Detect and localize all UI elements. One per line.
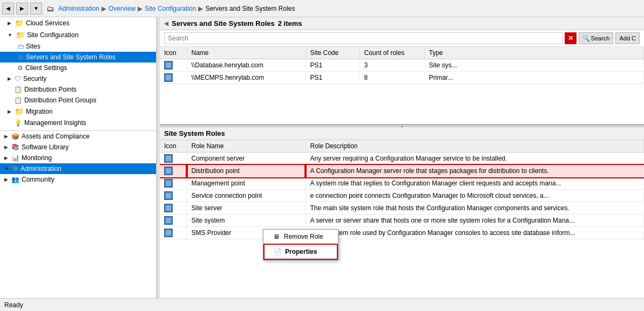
table-row[interactable]: Distribution point A Configuration Manag… <box>160 165 644 177</box>
sidebar-group-site-config: ▶ 📁 Cloud Services ▼ 📁 Site Configuratio… <box>0 17 156 128</box>
cell-icon <box>160 153 187 165</box>
table-row[interactable]: \\Database.henrylab.com PS1 3 Site sys..… <box>160 59 644 72</box>
breadcrumb-item-4: Servers and Site System Roles <box>205 5 295 12</box>
sidebar-label: Distribution Point Groups <box>24 96 96 104</box>
sidebar-item-sites[interactable]: 🗃 Sites <box>0 41 156 52</box>
sidebar-item-dp-groups[interactable]: 📋 Distribution Point Groups <box>0 95 156 106</box>
cell-role-name: Service connection point <box>187 190 306 202</box>
cell-icon <box>160 202 187 215</box>
search-clear-button[interactable]: ✕ <box>565 32 577 44</box>
sidebar-item-migration[interactable]: ▶ 📁 Migration <box>0 106 156 118</box>
cell-role-name: Site system <box>187 215 306 227</box>
top-panel-title: Servers and Site System Roles <box>172 19 275 27</box>
sites-icon: 🗃 <box>17 43 24 50</box>
sidebar-item-administration[interactable]: ▼ ⚙ Administration <box>0 163 156 174</box>
cell-role-name: Management point <box>187 177 306 190</box>
community-icon: 👥 <box>11 176 19 183</box>
bottom-panel-title: Site System Roles <box>164 129 225 137</box>
sidebar-item-security[interactable]: ▶ 🛡 Security <box>0 73 156 84</box>
bottom-table-scroll: Icon Role Name Role Description Componen… <box>160 140 644 298</box>
admin-icon: ⚙ <box>12 165 18 172</box>
nav-icon: 🗂 <box>46 4 54 13</box>
collapse-button[interactable]: ◀ <box>164 20 168 26</box>
table-row[interactable]: Service connection point e connection po… <box>160 190 644 202</box>
expand-icon: ▼ <box>4 166 9 171</box>
folder-icon: 📁 <box>15 19 24 27</box>
breadcrumb-item-3[interactable]: Site Configuration <box>145 5 196 12</box>
cell-site-code: PS1 <box>306 59 360 72</box>
sidebar-item-client-settings[interactable]: ⚙ Client Settings <box>0 63 156 73</box>
context-menu-item-properties[interactable]: 📄 Properties <box>263 244 338 260</box>
forward-button[interactable]: ▶ <box>16 3 28 15</box>
sidebar-item-site-config[interactable]: ▼ 📁 Site Configuration <box>0 29 156 41</box>
col-role-name: Role Name <box>187 140 306 153</box>
table-row[interactable]: Component server Any server requiring a … <box>160 153 644 165</box>
cell-icon <box>160 227 187 239</box>
table-row[interactable]: SMS Provider A site system role used by … <box>160 227 644 239</box>
row-icon <box>164 204 173 212</box>
sidebar-item-distribution-points[interactable]: 📋 Distribution Points <box>0 84 156 95</box>
add-button[interactable]: Add C <box>615 32 640 44</box>
row-icon <box>164 179 173 188</box>
client-icon: ⚙ <box>17 64 23 72</box>
table-row[interactable]: \\MECMPS.henrylab.com PS1 8 Primar... <box>160 72 644 84</box>
back-button[interactable]: ◀ <box>2 3 14 15</box>
table-row[interactable]: Site system A server or server share tha… <box>160 215 644 227</box>
breadcrumb-item-2[interactable]: Overview <box>109 5 135 12</box>
sidebar-label: Sites <box>26 43 40 50</box>
sidebar-label: Monitoring <box>22 154 52 162</box>
sidebar-label: Client Settings <box>25 64 67 72</box>
sidebar-label: Administration <box>21 165 62 172</box>
top-panel-count: 2 items <box>278 19 302 27</box>
bottom-panel: Site System Roles Icon Role Name Role De… <box>160 127 644 298</box>
col-icon: Icon <box>160 47 187 59</box>
sidebar-item-community[interactable]: ▶ 👥 Community <box>0 174 156 185</box>
top-table-scroll: Icon Name Site Code Count of roles Type … <box>160 47 644 124</box>
sidebar-item-management-insights[interactable]: 💡 Management Insights <box>0 118 156 128</box>
cell-count: 8 <box>360 72 424 84</box>
cell-count: 3 <box>360 59 424 72</box>
sidebar-item-software-library[interactable]: ▶ 📚 Software Library <box>0 142 156 153</box>
sidebar-item-servers-roles[interactable]: 🖥 Servers and Site System Roles <box>0 52 156 63</box>
context-menu-label: Properties <box>285 248 317 255</box>
cell-role-desc: e connection point connects Configuratio… <box>306 190 644 202</box>
cell-icon <box>160 177 187 190</box>
cell-type: Primar... <box>424 72 644 84</box>
expand-icon: ▶ <box>8 76 11 81</box>
sidebar: ▶ 📁 Cloud Services ▼ 📁 Site Configuratio… <box>0 17 157 298</box>
col-name: Name <box>187 47 306 59</box>
search-button[interactable]: 🔍 Search <box>579 32 614 44</box>
context-menu-item-remove-role[interactable]: 🖥 Remove Role <box>263 230 338 244</box>
cell-name: \\MECMPS.henrylab.com <box>187 72 306 84</box>
sidebar-item-monitoring[interactable]: ▶ 📊 Monitoring <box>0 153 156 163</box>
top-panel-header: ◀ Servers and Site System Roles 2 items <box>160 17 644 30</box>
compliance-icon: 📦 <box>11 133 19 140</box>
bottom-table-header-row: Icon Role Name Role Description <box>160 140 644 153</box>
bottom-panel-header: Site System Roles <box>160 127 644 140</box>
dropdown-button[interactable]: ▼ <box>30 3 42 15</box>
search-input[interactable] <box>164 32 562 44</box>
properties-icon: 📄 <box>273 247 282 256</box>
cell-name: \\Database.henrylab.com <box>187 59 306 72</box>
cell-role-name: Component server <box>187 153 306 165</box>
expand-icon: ▶ <box>4 177 8 182</box>
sidebar-item-cloud-services[interactable]: ▶ 📁 Cloud Services <box>0 17 156 29</box>
expand-icon: ▶ <box>4 155 8 161</box>
table-row[interactable]: Management point A system role that repl… <box>160 177 644 190</box>
breadcrumb: Administration ▶ Overview ▶ Site Configu… <box>58 5 642 12</box>
sidebar-label: Security <box>23 75 46 82</box>
cell-icon <box>160 72 187 84</box>
row-icon <box>164 61 173 70</box>
cell-icon <box>160 165 187 177</box>
dpg-icon: 📋 <box>14 96 22 104</box>
table-row[interactable]: Site server The main site system role th… <box>160 202 644 215</box>
cell-icon <box>160 215 187 227</box>
cell-role-name: Distribution point <box>187 165 306 177</box>
toolbar: ◀ ▶ ▼ 🗂 Administration ▶ Overview ▶ Site… <box>0 0 644 17</box>
sidebar-item-assets-compliance[interactable]: ▶ 📦 Assets and Compliance <box>0 131 156 142</box>
sidebar-label: Community <box>22 176 55 183</box>
breadcrumb-item-1[interactable]: Administration <box>58 5 99 12</box>
top-section: ◀ Servers and Site System Roles 2 items … <box>160 17 644 125</box>
security-icon: 🛡 <box>15 75 21 82</box>
expand-icon: ▶ <box>4 134 8 139</box>
